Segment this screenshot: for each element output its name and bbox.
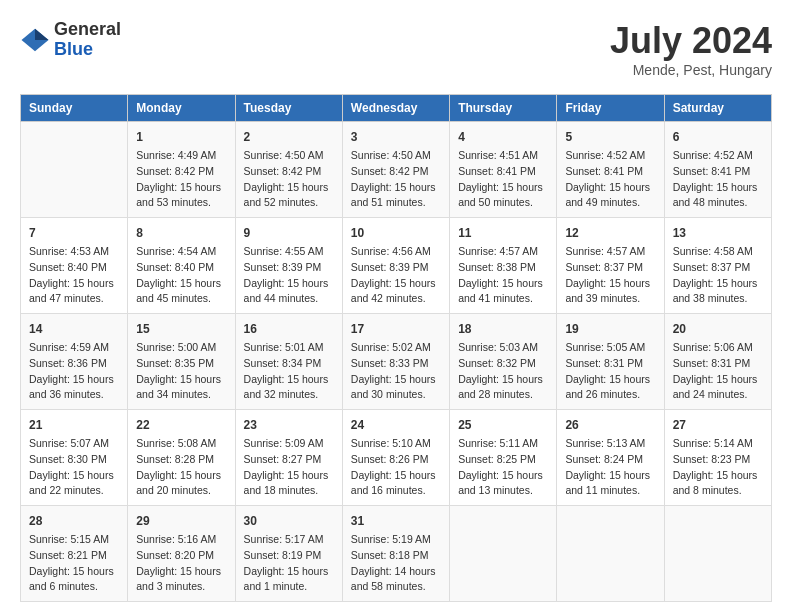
week-row-2: 14Sunrise: 4:59 AMSunset: 8:36 PMDayligh… (21, 314, 772, 410)
cell-daylight: Daylight: 15 hours and 47 minutes. (29, 277, 114, 305)
calendar-cell: 5Sunrise: 4:52 AMSunset: 8:41 PMDaylight… (557, 122, 664, 218)
cell-daylight: Daylight: 15 hours and 3 minutes. (136, 565, 221, 593)
header-saturday: Saturday (664, 95, 771, 122)
calendar-cell: 11Sunrise: 4:57 AMSunset: 8:38 PMDayligh… (450, 218, 557, 314)
cell-sunset: Sunset: 8:27 PM (244, 453, 322, 465)
calendar-cell: 12Sunrise: 4:57 AMSunset: 8:37 PMDayligh… (557, 218, 664, 314)
cell-sunrise: Sunrise: 5:17 AM (244, 533, 324, 545)
cell-daylight: Daylight: 15 hours and 36 minutes. (29, 373, 114, 401)
cell-daylight: Daylight: 15 hours and 50 minutes. (458, 181, 543, 209)
subtitle: Mende, Pest, Hungary (610, 62, 772, 78)
cell-sunset: Sunset: 8:33 PM (351, 357, 429, 369)
calendar-table: SundayMondayTuesdayWednesdayThursdayFrid… (20, 94, 772, 602)
cell-sunset: Sunset: 8:40 PM (29, 261, 107, 273)
day-number: 20 (673, 320, 763, 338)
day-number: 13 (673, 224, 763, 242)
week-row-3: 21Sunrise: 5:07 AMSunset: 8:30 PMDayligh… (21, 410, 772, 506)
header-tuesday: Tuesday (235, 95, 342, 122)
cell-sunset: Sunset: 8:32 PM (458, 357, 536, 369)
logo-text: General Blue (54, 20, 121, 60)
day-number: 4 (458, 128, 548, 146)
cell-sunrise: Sunrise: 5:06 AM (673, 341, 753, 353)
cell-sunset: Sunset: 8:20 PM (136, 549, 214, 561)
cell-daylight: Daylight: 15 hours and 45 minutes. (136, 277, 221, 305)
cell-daylight: Daylight: 15 hours and 6 minutes. (29, 565, 114, 593)
cell-sunrise: Sunrise: 5:05 AM (565, 341, 645, 353)
cell-sunrise: Sunrise: 4:57 AM (565, 245, 645, 257)
cell-sunrise: Sunrise: 5:08 AM (136, 437, 216, 449)
day-number: 8 (136, 224, 226, 242)
cell-sunrise: Sunrise: 5:14 AM (673, 437, 753, 449)
cell-sunrise: Sunrise: 5:00 AM (136, 341, 216, 353)
week-row-1: 7Sunrise: 4:53 AMSunset: 8:40 PMDaylight… (21, 218, 772, 314)
logo-general: General (54, 20, 121, 40)
cell-daylight: Daylight: 15 hours and 53 minutes. (136, 181, 221, 209)
day-number: 25 (458, 416, 548, 434)
calendar-cell (664, 506, 771, 602)
cell-sunrise: Sunrise: 5:09 AM (244, 437, 324, 449)
cell-sunrise: Sunrise: 5:02 AM (351, 341, 431, 353)
cell-daylight: Daylight: 15 hours and 41 minutes. (458, 277, 543, 305)
cell-sunset: Sunset: 8:23 PM (673, 453, 751, 465)
cell-daylight: Daylight: 15 hours and 26 minutes. (565, 373, 650, 401)
cell-sunrise: Sunrise: 4:55 AM (244, 245, 324, 257)
cell-sunrise: Sunrise: 4:56 AM (351, 245, 431, 257)
cell-daylight: Daylight: 15 hours and 52 minutes. (244, 181, 329, 209)
calendar-cell (557, 506, 664, 602)
cell-sunrise: Sunrise: 4:49 AM (136, 149, 216, 161)
calendar-cell: 24Sunrise: 5:10 AMSunset: 8:26 PMDayligh… (342, 410, 449, 506)
day-number: 23 (244, 416, 334, 434)
calendar-cell: 29Sunrise: 5:16 AMSunset: 8:20 PMDayligh… (128, 506, 235, 602)
calendar-cell: 20Sunrise: 5:06 AMSunset: 8:31 PMDayligh… (664, 314, 771, 410)
cell-daylight: Daylight: 15 hours and 51 minutes. (351, 181, 436, 209)
cell-sunrise: Sunrise: 5:16 AM (136, 533, 216, 545)
calendar-cell: 17Sunrise: 5:02 AMSunset: 8:33 PMDayligh… (342, 314, 449, 410)
cell-daylight: Daylight: 15 hours and 28 minutes. (458, 373, 543, 401)
day-number: 18 (458, 320, 548, 338)
svg-marker-1 (35, 29, 49, 40)
calendar-cell: 7Sunrise: 4:53 AMSunset: 8:40 PMDaylight… (21, 218, 128, 314)
calendar-cell: 16Sunrise: 5:01 AMSunset: 8:34 PMDayligh… (235, 314, 342, 410)
calendar-cell: 21Sunrise: 5:07 AMSunset: 8:30 PMDayligh… (21, 410, 128, 506)
calendar-header-row: SundayMondayTuesdayWednesdayThursdayFrid… (21, 95, 772, 122)
calendar-cell: 10Sunrise: 4:56 AMSunset: 8:39 PMDayligh… (342, 218, 449, 314)
header-thursday: Thursday (450, 95, 557, 122)
cell-daylight: Daylight: 15 hours and 39 minutes. (565, 277, 650, 305)
cell-sunset: Sunset: 8:37 PM (673, 261, 751, 273)
calendar-cell: 14Sunrise: 4:59 AMSunset: 8:36 PMDayligh… (21, 314, 128, 410)
cell-sunrise: Sunrise: 4:52 AM (673, 149, 753, 161)
cell-sunset: Sunset: 8:31 PM (673, 357, 751, 369)
cell-sunset: Sunset: 8:37 PM (565, 261, 643, 273)
cell-daylight: Daylight: 15 hours and 1 minute. (244, 565, 329, 593)
cell-sunrise: Sunrise: 5:07 AM (29, 437, 109, 449)
calendar-cell: 25Sunrise: 5:11 AMSunset: 8:25 PMDayligh… (450, 410, 557, 506)
calendar-cell: 8Sunrise: 4:54 AMSunset: 8:40 PMDaylight… (128, 218, 235, 314)
cell-sunrise: Sunrise: 5:01 AM (244, 341, 324, 353)
cell-sunset: Sunset: 8:31 PM (565, 357, 643, 369)
calendar-cell: 27Sunrise: 5:14 AMSunset: 8:23 PMDayligh… (664, 410, 771, 506)
cell-sunset: Sunset: 8:26 PM (351, 453, 429, 465)
day-number: 10 (351, 224, 441, 242)
day-number: 2 (244, 128, 334, 146)
cell-sunrise: Sunrise: 4:58 AM (673, 245, 753, 257)
day-number: 15 (136, 320, 226, 338)
cell-sunrise: Sunrise: 4:50 AM (244, 149, 324, 161)
cell-daylight: Daylight: 15 hours and 32 minutes. (244, 373, 329, 401)
cell-sunrise: Sunrise: 5:03 AM (458, 341, 538, 353)
day-number: 17 (351, 320, 441, 338)
cell-sunset: Sunset: 8:42 PM (136, 165, 214, 177)
day-number: 28 (29, 512, 119, 530)
cell-sunrise: Sunrise: 4:50 AM (351, 149, 431, 161)
cell-daylight: Daylight: 15 hours and 44 minutes. (244, 277, 329, 305)
page-header: General Blue July 2024 Mende, Pest, Hung… (20, 20, 772, 78)
day-number: 11 (458, 224, 548, 242)
cell-sunset: Sunset: 8:35 PM (136, 357, 214, 369)
day-number: 30 (244, 512, 334, 530)
cell-sunset: Sunset: 8:18 PM (351, 549, 429, 561)
calendar-cell: 9Sunrise: 4:55 AMSunset: 8:39 PMDaylight… (235, 218, 342, 314)
calendar-cell: 2Sunrise: 4:50 AMSunset: 8:42 PMDaylight… (235, 122, 342, 218)
cell-daylight: Daylight: 15 hours and 42 minutes. (351, 277, 436, 305)
cell-sunset: Sunset: 8:39 PM (244, 261, 322, 273)
cell-daylight: Daylight: 15 hours and 30 minutes. (351, 373, 436, 401)
title-block: July 2024 Mende, Pest, Hungary (610, 20, 772, 78)
